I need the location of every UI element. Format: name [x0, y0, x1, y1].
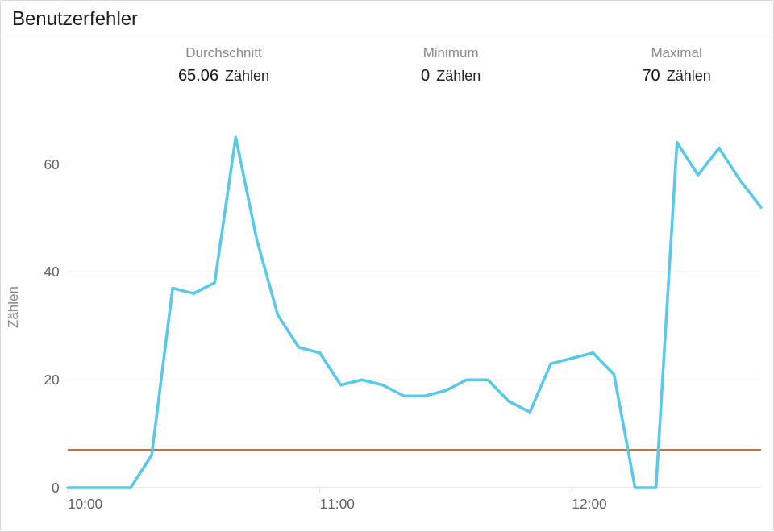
stat-average: Durchschnitt 65.06 Zählen — [178, 45, 269, 85]
svg-text:12:00: 12:00 — [572, 496, 606, 512]
stat-maximum: Maximal 70 Zählen — [632, 45, 721, 85]
stat-minimum-value: 0 — [421, 66, 430, 85]
stat-maximum-unit: Zählen — [667, 68, 711, 85]
stat-maximum-value: 70 — [642, 66, 660, 85]
svg-text:0: 0 — [52, 480, 60, 496]
stat-maximum-label: Maximal — [632, 45, 721, 61]
stat-average-label: Durchschnitt — [178, 45, 269, 61]
chart-card: Benutzerfehler Durchschnitt 65.06 Zählen… — [0, 0, 774, 532]
stat-average-unit: Zählen — [225, 68, 269, 85]
svg-text:10:00: 10:00 — [68, 496, 102, 512]
stat-minimum: Minimum 0 Zählen — [406, 45, 495, 85]
svg-text:20: 20 — [44, 372, 59, 388]
stat-average-value: 65.06 — [178, 66, 218, 85]
x-axis-ticks: 10:0011:0012:00 — [68, 488, 761, 512]
data-series-line — [68, 137, 761, 488]
svg-text:11:00: 11:00 — [320, 496, 355, 512]
svg-text:60: 60 — [44, 156, 59, 172]
chart-title: Benutzerfehler — [1, 1, 773, 35]
line-chart: 0204060 10:0011:0012:00 — [27, 89, 765, 525]
stat-minimum-unit: Zählen — [436, 68, 481, 85]
summary-stats-row: Durchschnitt 65.06 Zählen Minimum 0 Zähl… — [178, 35, 773, 85]
gridlines — [68, 164, 761, 488]
y-axis-ticks: 0204060 — [44, 156, 59, 496]
svg-text:40: 40 — [44, 264, 59, 280]
plot-area-wrap: Zählen 0204060 10:0011:0012:00 — [1, 85, 773, 531]
y-axis-title: Zählen — [4, 286, 27, 328]
stat-minimum-label: Minimum — [406, 45, 495, 61]
